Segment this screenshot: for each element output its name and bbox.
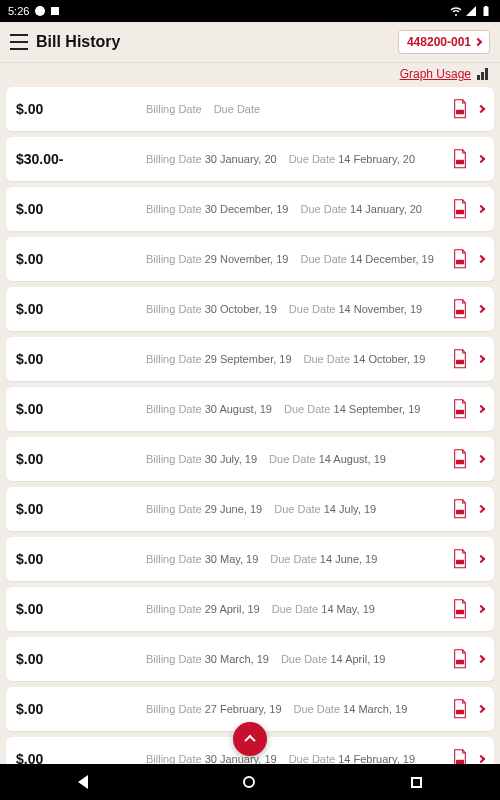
bill-amount: $.00 [16,651,146,667]
bill-amount: $.00 [16,701,146,717]
svg-rect-7 [456,460,464,465]
pdf-icon[interactable] [452,349,468,369]
billing-date-label: Billing Date [146,653,202,665]
billing-date-label: Billing Date [146,703,202,715]
billing-date-value: 30 August, 19 [202,403,272,415]
status-app-icon [51,7,59,15]
bill-row[interactable]: $.00Billing Date 30 August, 19Due Date 1… [6,387,494,431]
billing-date-value: 30 January, 20 [202,153,277,165]
chevron-right-icon [477,355,485,363]
bill-amount: $.00 [16,201,146,217]
bill-row[interactable]: $30.00-Billing Date 30 January, 20Due Da… [6,137,494,181]
chevron-right-icon [477,605,485,613]
bill-row[interactable]: $.00Billing Date 29 November, 19Due Date… [6,237,494,281]
bill-row[interactable]: $.00Billing Date 30 December, 19Due Date… [6,187,494,231]
bar-chart-icon [477,68,488,80]
bill-row[interactable]: $.00Billing Date 29 September, 19Due Dat… [6,337,494,381]
bill-amount: $.00 [16,551,146,567]
pdf-icon[interactable] [452,299,468,319]
due-date-label: Due Date [281,653,327,665]
due-date-label: Due Date [294,703,340,715]
android-status-bar: 5:26 [0,0,500,22]
pdf-icon[interactable] [452,249,468,269]
svg-rect-5 [456,360,464,365]
pdf-icon[interactable] [452,99,468,119]
nav-back-icon[interactable] [78,775,88,789]
graph-usage-link[interactable]: Graph Usage [400,67,471,81]
bill-dates: Billing Date 30 May, 19Due Date 14 June,… [146,553,452,565]
bill-row[interactable]: $.00Billing Date 29 April, 19Due Date 14… [6,587,494,631]
pdf-icon[interactable] [452,599,468,619]
app-header: Bill History 448200-001 [0,22,500,63]
android-nav-bar [0,764,500,800]
billing-date-value: 27 February, 19 [202,703,282,715]
pdf-icon[interactable] [452,649,468,669]
bill-amount: $30.00- [16,151,146,167]
bill-row[interactable]: $.00Billing Date 30 May, 19Due Date 14 J… [6,537,494,581]
due-date-label: Due Date [270,553,316,565]
nav-home-icon[interactable] [243,776,255,788]
bill-dates: Billing Date 30 October, 19Due Date 14 N… [146,303,452,315]
pdf-icon[interactable] [452,499,468,519]
pdf-icon[interactable] [452,449,468,469]
bill-amount: $.00 [16,601,146,617]
bill-dates: Billing Date 30 January, 20Due Date 14 F… [146,153,452,165]
bill-row[interactable]: $.00Billing Date 30 July, 19Due Date 14 … [6,437,494,481]
bill-amount: $.00 [16,501,146,517]
due-date-label: Due Date [300,253,346,265]
pdf-icon[interactable] [452,699,468,719]
due-date-value: 14 February, 20 [335,153,415,165]
due-date-value: 14 September, 19 [330,403,420,415]
pdf-icon[interactable] [452,549,468,569]
pdf-icon[interactable] [452,149,468,169]
chevron-right-icon [477,705,485,713]
bill-row[interactable]: $.00Billing Date 29 June, 19Due Date 14 … [6,487,494,531]
chevron-right-icon [477,105,485,113]
chevron-right-icon [477,755,485,763]
chevron-right-icon [477,305,485,313]
pdf-icon[interactable] [452,399,468,419]
billing-date-label: Billing Date [146,103,202,115]
billing-date-label: Billing Date [146,603,202,615]
chevron-right-icon [477,255,485,263]
billing-date-value: 29 November, 19 [202,253,289,265]
menu-icon[interactable] [10,34,28,50]
billing-date-value: 29 June, 19 [202,503,263,515]
svg-rect-4 [456,310,464,315]
billing-date-label: Billing Date [146,503,202,515]
chevron-right-icon [477,455,485,463]
bill-row[interactable]: $.00Billing Date 30 March, 19Due Date 14… [6,637,494,681]
bill-list[interactable]: $.00Billing DateDue Date$30.00-Billing D… [0,87,500,800]
billing-date-label: Billing Date [146,253,202,265]
billing-date-value: 30 May, 19 [202,553,259,565]
due-date-value: 14 May, 19 [318,603,375,615]
billing-date-label: Billing Date [146,553,202,565]
billing-date-value: 30 October, 19 [202,303,277,315]
svg-rect-3 [456,260,464,265]
billing-date-value: 30 March, 19 [202,653,269,665]
signal-icon [465,5,477,17]
bill-row[interactable]: $.00Billing DateDue Date [6,87,494,131]
due-date-value: 14 June, 19 [317,553,378,565]
billing-date-label: Billing Date [146,453,202,465]
scroll-top-fab[interactable] [233,722,267,756]
chevron-right-icon [477,205,485,213]
bill-amount: $.00 [16,301,146,317]
due-date-label: Due Date [289,153,335,165]
nav-recent-icon[interactable] [411,777,422,788]
due-date-label: Due Date [300,203,346,215]
due-date-label: Due Date [274,503,320,515]
bill-dates: Billing Date 30 August, 19Due Date 14 Se… [146,403,452,415]
billing-date-label: Billing Date [146,403,202,415]
account-selector[interactable]: 448200-001 [398,30,490,54]
due-date-label: Due Date [269,453,315,465]
billing-date-label: Billing Date [146,203,202,215]
due-date-value: 14 December, 19 [347,253,434,265]
svg-rect-8 [456,510,464,515]
svg-rect-12 [456,710,464,715]
chevron-right-icon [477,655,485,663]
svg-rect-6 [456,410,464,415]
bill-row[interactable]: $.00Billing Date 30 October, 19Due Date … [6,287,494,331]
due-date-value: 14 October, 19 [350,353,425,365]
pdf-icon[interactable] [452,199,468,219]
